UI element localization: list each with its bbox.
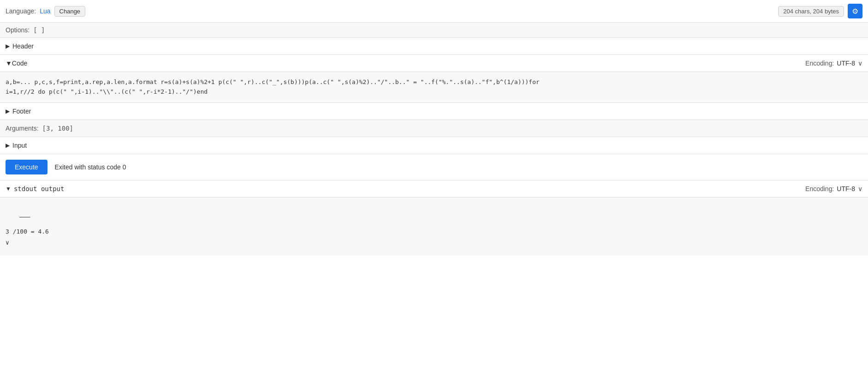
code-encoding[interactable]: Encoding: UTF-8 ∨ [805, 60, 862, 67]
code-label: Code [12, 60, 27, 67]
stdout-overline [19, 216, 30, 226]
stdout-output: 3 /100 = 4.6 ∨ [0, 198, 868, 256]
language-label: Language: [6, 7, 36, 15]
stdout-encoding[interactable]: Encoding: UTF-8 ∨ [805, 185, 862, 192]
input-arrow: ▶ [6, 142, 10, 149]
stdout-line-1 [6, 205, 862, 216]
footer-arrow: ▶ [6, 108, 10, 114]
stdout-line-3: ∨ [6, 237, 862, 248]
code-arrow: ▼ [6, 60, 12, 67]
options-label: Options: [6, 26, 30, 34]
user-icon: ⚙ [852, 7, 858, 16]
input-section[interactable]: ▶ Input [0, 137, 868, 154]
header-arrow: ▶ [6, 43, 10, 49]
top-bar-right: 204 chars, 204 bytes ⚙ [778, 4, 862, 18]
execute-button[interactable]: Execute [6, 160, 47, 174]
arguments-label: Arguments: [6, 125, 39, 132]
char-count: 204 chars, 204 bytes [778, 6, 844, 17]
code-encoding-label: Encoding: [805, 60, 834, 67]
code-encoding-value: UTF-8 [837, 60, 855, 67]
footer-label: Footer [12, 108, 31, 115]
options-value: [ ] [33, 26, 45, 34]
stdout-encoding-label: Encoding: [805, 185, 834, 192]
code-encoding-arrow: ∨ [858, 60, 862, 67]
header-label: Header [12, 42, 34, 50]
stdout-encoding-value: UTF-8 [837, 185, 855, 192]
input-label: Input [12, 142, 27, 149]
footer-section[interactable]: ▶ Footer [0, 103, 868, 120]
stdout-arrow: ▼ [6, 186, 11, 192]
user-icon-button[interactable]: ⚙ [848, 4, 862, 18]
code-section-header[interactable]: ▼ Code Encoding: UTF-8 ∨ [0, 55, 868, 72]
stdout-section-header[interactable]: ▼ stdout output Encoding: UTF-8 ∨ [0, 180, 868, 198]
top-bar-left: Language: Lua Change [6, 6, 85, 17]
language-link[interactable]: Lua [40, 7, 50, 15]
code-section-header-left: ▼ Code [6, 60, 27, 67]
stdout-header-left: ▼ stdout output [6, 185, 64, 192]
execute-status: Exited with status code 0 [55, 163, 126, 171]
options-bar: Options: [ ] [0, 23, 868, 38]
stdout-encoding-arrow: ∨ [858, 185, 862, 192]
change-button[interactable]: Change [54, 6, 86, 17]
execute-bar: Execute Exited with status code 0 [0, 154, 868, 180]
stdout-label: stdout output [14, 185, 65, 192]
code-content[interactable]: a,b=... p,c,s,f=print,a.rep,a.len,a.form… [0, 72, 868, 103]
header-section[interactable]: ▶ Header [0, 38, 868, 55]
stdout-line-2: 3 /100 = 4.6 [6, 226, 862, 237]
arguments-value: [3, 100] [42, 125, 73, 132]
top-bar: Language: Lua Change 204 chars, 204 byte… [0, 0, 868, 23]
arguments-bar: Arguments: [3, 100] [0, 120, 868, 137]
